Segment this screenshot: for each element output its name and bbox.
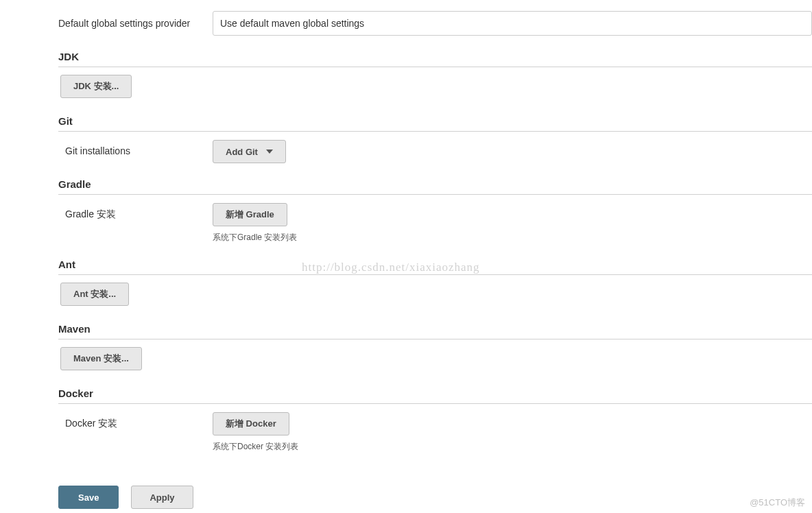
default-global-settings-row: Default global settings provider: [58, 11, 812, 36]
default-global-settings-label: Default global settings provider: [58, 11, 213, 29]
maven-install-button[interactable]: Maven 安装...: [60, 347, 142, 370]
docker-section-header: Docker: [58, 382, 812, 404]
gradle-section-header: Gradle: [58, 173, 812, 195]
apply-button[interactable]: Apply: [131, 486, 193, 509]
jdk-section-header: JDK: [58, 45, 812, 67]
ant-section-header: Ant: [58, 253, 812, 275]
docker-helper-text: 系统下Docker 安装列表: [213, 441, 812, 453]
docker-install-row: Docker 安装 新增 Docker 系统下Docker 安装列表: [58, 409, 812, 453]
jdk-install-button[interactable]: JDK 安装...: [60, 75, 132, 98]
add-git-label: Add Git: [226, 147, 258, 157]
gradle-install-label: Gradle 安装: [65, 203, 213, 221]
save-button[interactable]: Save: [58, 486, 119, 509]
footer-actions: Save Apply: [58, 486, 812, 513]
add-git-button[interactable]: Add Git: [213, 140, 286, 163]
git-installations-row: Git installations Add Git: [58, 137, 812, 163]
maven-section-header: Maven: [58, 318, 812, 339]
add-gradle-button[interactable]: 新增 Gradle: [213, 203, 287, 226]
default-global-settings-input[interactable]: [213, 11, 812, 36]
git-section-header: Git: [58, 110, 812, 132]
git-installations-label: Git installations: [65, 140, 213, 156]
caret-down-icon: [266, 150, 273, 154]
add-docker-button[interactable]: 新增 Docker: [213, 412, 289, 436]
docker-install-label: Docker 安装: [65, 412, 213, 430]
ant-install-button[interactable]: Ant 安装...: [60, 283, 129, 306]
gradle-helper-text: 系统下Gradle 安装列表: [213, 232, 812, 243]
corner-watermark: @51CTO博客: [750, 497, 805, 509]
gradle-install-row: Gradle 安装 新增 Gradle 系统下Gradle 安装列表: [58, 200, 812, 243]
